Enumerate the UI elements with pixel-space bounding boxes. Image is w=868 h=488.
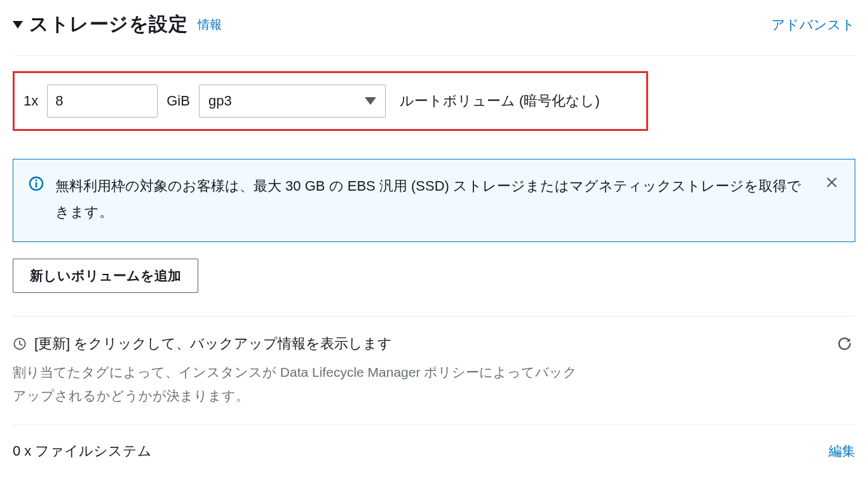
- section-title: ストレージを設定: [29, 11, 187, 37]
- add-volume-button[interactable]: 新しいボリュームを追加: [13, 259, 198, 293]
- clock-icon: [13, 337, 27, 351]
- divider: [13, 55, 855, 56]
- refresh-button[interactable]: [834, 333, 855, 355]
- filesystems-row: 0 x ファイルシステム 編集: [13, 424, 855, 461]
- backup-header: [更新] をクリックして、バックアップ情報を表示します: [13, 333, 855, 355]
- volume-multiplier: 1x: [24, 93, 38, 109]
- backup-headline: [更新] をクリックして、バックアップ情報を表示します: [34, 334, 392, 353]
- volume-size-unit: GiB: [166, 93, 190, 109]
- collapse-caret-icon[interactable]: [13, 21, 23, 29]
- info-icon: [29, 176, 44, 191]
- volume-description: ルートボリューム (暗号化なし): [400, 92, 600, 111]
- storage-section-header: ストレージを設定 情報 アドバンスト: [13, 11, 855, 37]
- filesystems-edit-link[interactable]: 編集: [829, 442, 855, 460]
- alert-close-button[interactable]: [824, 175, 839, 190]
- filesystems-label: 0 x ファイルシステム: [13, 442, 152, 461]
- volume-type-select[interactable]: gp3: [199, 85, 386, 118]
- volume-size-input[interactable]: [47, 85, 158, 118]
- backup-header-left: [更新] をクリックして、バックアップ情報を表示します: [13, 334, 392, 353]
- volume-type-value: gp3: [208, 93, 232, 109]
- info-link[interactable]: 情報: [198, 17, 222, 33]
- chevron-down-icon: [365, 97, 376, 105]
- root-volume-row: 1x GiB gp3 ルートボリューム (暗号化なし): [13, 71, 648, 131]
- advanced-link[interactable]: アドバンスト: [771, 16, 855, 34]
- svg-rect-2: [36, 180, 37, 182]
- backup-section: [更新] をクリックして、バックアップ情報を表示します 割り当てたタグによって、…: [13, 316, 855, 424]
- section-header-left: ストレージを設定 情報: [13, 11, 222, 37]
- backup-description: 割り当てたタグによって、インスタンスが Data Lifecycle Manag…: [13, 361, 578, 408]
- alert-message: 無料利用枠の対象のお客様は、最大 30 GB の EBS 汎用 (SSD) スト…: [55, 173, 813, 225]
- free-tier-alert: 無料利用枠の対象のお客様は、最大 30 GB の EBS 汎用 (SSD) スト…: [13, 159, 855, 242]
- svg-rect-1: [36, 182, 37, 187]
